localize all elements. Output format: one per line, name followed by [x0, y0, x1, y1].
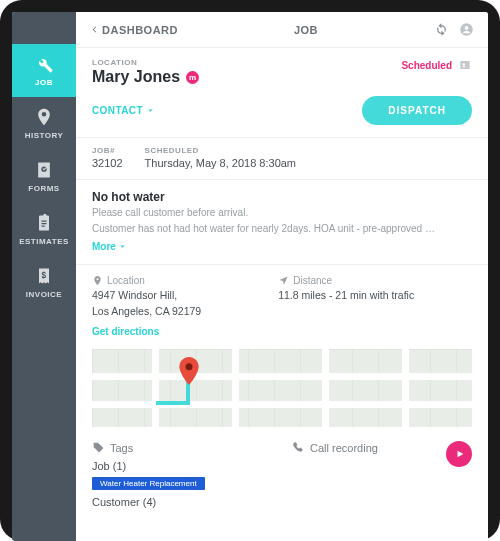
- desc-line1: Please call customer before arrival.: [92, 206, 472, 220]
- sidebar-item-estimates[interactable]: ESTIMATES: [12, 203, 76, 256]
- address-line2: Los Angeles, CA 92179: [92, 304, 268, 318]
- customer-badge: m: [186, 71, 199, 84]
- sidebar-item-label: FORMS: [28, 184, 59, 193]
- main-content: DASHBOARD JOB LOCATION Mary Jones m: [76, 12, 488, 541]
- status-text: Scheduled: [401, 60, 452, 71]
- play-button[interactable]: [446, 441, 472, 467]
- svg-point-6: [186, 363, 193, 370]
- sidebar-item-label: INVOICE: [26, 290, 62, 299]
- invoice-icon: $: [34, 266, 54, 286]
- wrench-icon: [34, 54, 54, 74]
- sidebar-item-label: HISTORY: [25, 131, 64, 140]
- sidebar-item-label: ESTIMATES: [19, 237, 69, 246]
- contact-dropdown[interactable]: CONTACT: [92, 105, 155, 116]
- location-label: LOCATION: [92, 58, 199, 67]
- tags-label: Tags: [110, 442, 133, 454]
- svg-point-5: [463, 63, 465, 65]
- chevron-left-icon: [90, 25, 99, 34]
- distance-hdr-label: Distance: [293, 275, 332, 286]
- more-label: More: [92, 241, 116, 252]
- job-tags-header[interactable]: Job (1): [92, 460, 272, 472]
- navigation-icon: [278, 275, 289, 286]
- location-block: Location 4947 Windsor Hill, Los Angeles,…: [76, 265, 488, 343]
- tag-icon: [92, 441, 105, 454]
- tags-block: Tags Job (1) Water Heater Replacement Cu…: [76, 435, 488, 518]
- chevron-down-icon: [118, 242, 127, 251]
- call-recording-label: Call recording: [310, 442, 378, 454]
- sidebar-item-forms[interactable]: FORMS: [12, 150, 76, 203]
- svg-point-3: [465, 26, 469, 30]
- back-button[interactable]: DASHBOARD: [90, 24, 178, 36]
- refresh-icon[interactable]: [434, 22, 449, 37]
- contact-card-icon: [458, 58, 472, 72]
- job-meta: JOB# 32102 SCHEDULED Thursday, May 8, 20…: [76, 138, 488, 180]
- sidebar-item-job[interactable]: JOB: [12, 44, 76, 97]
- dispatch-button[interactable]: DISPATCH: [362, 96, 472, 125]
- pin-icon: [34, 107, 54, 127]
- pin-icon: [92, 275, 103, 286]
- desc-line2: Customer has not had hot water for nearl…: [92, 222, 472, 236]
- map-preview[interactable]: [92, 349, 472, 427]
- map-pin-icon: [178, 357, 200, 389]
- phone-icon: [292, 441, 305, 454]
- clipboard-icon: [34, 213, 54, 233]
- tablet-frame: JOB HISTORY FORMS ESTIMATES $ INVOICE: [0, 0, 500, 541]
- user-icon[interactable]: [459, 22, 474, 37]
- svg-text:$: $: [41, 270, 46, 280]
- back-label: DASHBOARD: [102, 24, 178, 36]
- play-icon: [455, 449, 465, 459]
- customer-name: Mary Jones m: [92, 68, 199, 86]
- sidebar-item-history[interactable]: HISTORY: [12, 97, 76, 150]
- desc-title: No hot water: [92, 190, 472, 204]
- address-line1: 4947 Windsor Hill,: [92, 288, 268, 302]
- sidebar-item-label: JOB: [35, 78, 53, 87]
- forms-icon: [34, 160, 54, 180]
- jobnum-label: JOB#: [92, 146, 123, 155]
- customer-name-text: Mary Jones: [92, 68, 180, 86]
- job-header: LOCATION Mary Jones m Scheduled CONTACT: [76, 48, 488, 138]
- customer-tags-header[interactable]: Customer (4): [92, 496, 272, 508]
- tag-pill[interactable]: Water Heater Replacement: [92, 477, 205, 490]
- sidebar: JOB HISTORY FORMS ESTIMATES $ INVOICE: [12, 12, 76, 541]
- chevron-down-icon: [146, 106, 155, 115]
- get-directions-link[interactable]: Get directions: [92, 326, 472, 337]
- contact-label: CONTACT: [92, 105, 143, 116]
- scheduled-value: Thursday, May 8, 2018 8:30am: [145, 157, 296, 169]
- sidebar-item-invoice[interactable]: $ INVOICE: [12, 256, 76, 309]
- distance-value: 11.8 miles - 21 min with trafic: [278, 288, 472, 302]
- location-hdr-label: Location: [107, 275, 145, 286]
- page-title: JOB: [178, 24, 434, 36]
- more-toggle[interactable]: More: [92, 241, 127, 252]
- svg-rect-4: [460, 61, 469, 69]
- scheduled-label: SCHEDULED: [145, 146, 296, 155]
- screen: JOB HISTORY FORMS ESTIMATES $ INVOICE: [12, 12, 488, 541]
- job-description: No hot water Please call customer before…: [76, 180, 488, 265]
- jobnum-value: 32102: [92, 157, 123, 169]
- topbar: DASHBOARD JOB: [76, 12, 488, 48]
